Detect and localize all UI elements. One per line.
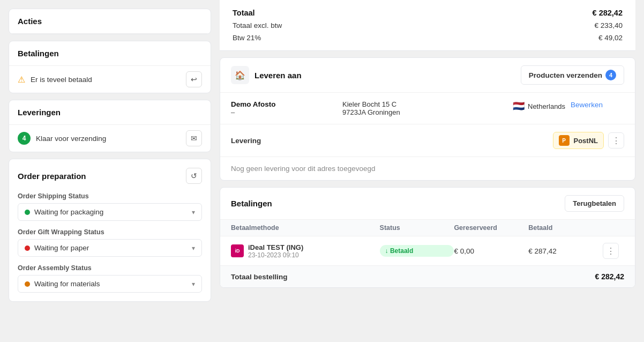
totaal-btw-value: € 49,02	[598, 34, 623, 42]
levering-options-button[interactable]: ⋮	[608, 132, 624, 148]
col-status: Status	[380, 224, 454, 232]
shipping-chevron-icon: ▾	[192, 209, 195, 216]
customer-city: 9723JA Groningen	[342, 108, 508, 116]
leveren-aan-title-group: 🏠 Leveren aan	[231, 66, 302, 84]
shipping-status-left: Waiting for packaging	[25, 208, 103, 216]
totaal-bestelling-row: Totaal bestelling € 282,42	[220, 266, 635, 287]
levering-label: Levering	[231, 137, 261, 145]
totaal-value: € 282,42	[593, 9, 623, 17]
terugbetalen-button[interactable]: Terugbetalen	[565, 195, 624, 212]
house-icon: 🏠	[231, 66, 249, 84]
acties-card: Acties	[9, 9, 211, 34]
payment-status-badge: ↓ Betaald	[380, 245, 454, 257]
assembly-status-label: Order Assembly Status	[18, 264, 202, 272]
payment-paid-cell: € 287,42	[528, 247, 603, 255]
payment-status-cell: ↓ Betaald	[380, 245, 454, 257]
shipping-status-label: Order Shipping Status	[18, 192, 202, 200]
customer-dash: –	[231, 108, 338, 116]
leveringen-count-badge: 4	[18, 132, 31, 145]
assembly-status-dot	[25, 281, 30, 287]
customer-edit-group: Bewerken	[571, 100, 624, 109]
prep-history-button[interactable]: ↺	[186, 168, 202, 184]
leveren-aan-header: 🏠 Leveren aan Producten verzenden 4	[220, 58, 635, 93]
right-panel: Totaal € 282,42 Totaal excl. btw € 233,4…	[220, 0, 644, 342]
totaal-excl-label: Totaal excl. btw	[233, 21, 282, 29]
payment-options-button[interactable]: ⋮	[603, 243, 619, 259]
customer-name-group: Demo Afosto –	[231, 100, 338, 116]
no-levering-text: Nog geen levering voor dit adres toegevo…	[220, 157, 635, 180]
leveren-aan-card: 🏠 Leveren aan Producten verzenden 4 Demo…	[220, 57, 635, 181]
totaal-label: Totaal	[233, 9, 255, 17]
gift-status-value: Waiting for paper	[34, 244, 89, 252]
shipping-status-dot	[25, 210, 30, 215]
betaling-warning-text: Er is teveel betaald	[31, 76, 92, 84]
levering-row: Levering P PostNL ⋮	[220, 124, 635, 157]
col-betaald: Betaald	[528, 224, 603, 232]
levering-carrier-group: P PostNL ⋮	[553, 132, 625, 149]
postnl-icon: P	[559, 135, 570, 146]
assembly-status-left: Waiting for materials	[25, 280, 100, 288]
payment-reserved-cell: € 0,00	[454, 247, 528, 255]
customer-name: Demo Afosto	[231, 100, 338, 108]
betalingen-section-title: Betalingen	[9, 41, 211, 66]
leveringen-row: 4 Klaar voor verzending ✉	[9, 125, 211, 152]
totaal-excl-value: € 233,40	[594, 21, 623, 29]
gift-status-left: Waiting for paper	[25, 244, 89, 252]
left-panel: Acties Betalingen ⚠ Er is teveel betaald…	[0, 0, 220, 342]
leveringen-section-title: Leveringen	[9, 100, 211, 125]
payment-name: iDeal TEST (ING)	[248, 243, 303, 251]
prep-title: Order preparation	[18, 172, 86, 181]
gift-status-dot	[25, 246, 30, 251]
totaal-row-excl: Totaal excl. btw € 233,40	[233, 19, 623, 32]
payment-info: iDeal TEST (ING) 23-10-2023 09:10	[248, 243, 303, 259]
order-preparation-card: Order preparation ↺ Order Shipping Statu…	[9, 159, 211, 302]
leveren-aan-title: Leveren aan	[254, 71, 302, 80]
totaal-section: Totaal € 282,42 Totaal excl. btw € 233,4…	[220, 0, 635, 51]
shipping-status-value: Waiting for packaging	[34, 208, 103, 216]
assembly-status-value: Waiting for materials	[34, 280, 100, 288]
totaal-btw-label: Btw 21%	[233, 34, 261, 42]
customer-country-group: 🇳🇱 Netherlands	[513, 100, 566, 112]
customer-street: Kieler Bocht 15 C	[342, 100, 508, 108]
col-gereserveerd: Gereserveerd	[454, 224, 528, 232]
assembly-chevron-icon: ▾	[192, 280, 195, 288]
customer-address-group: Kieler Bocht 15 C 9723JA Groningen	[342, 100, 508, 116]
betaling-warning-row: ⚠ Er is teveel betaald ↩	[9, 66, 211, 93]
producten-verzenden-badge: 4	[605, 70, 616, 80]
betalingen-card: Betalingen ⚠ Er is teveel betaald ↩	[9, 41, 211, 93]
leveringen-send-button[interactable]: ✉	[186, 130, 202, 146]
betalingen-section-card: Betalingen Terugbetalen Betaalmethode St…	[220, 187, 635, 288]
col-actions	[603, 224, 624, 232]
assembly-status-select[interactable]: Waiting for materials ▾	[18, 275, 202, 293]
leveringen-card: Leveringen 4 Klaar voor verzending ✉	[9, 100, 211, 152]
col-betaalmethode: Betaalmethode	[231, 224, 380, 232]
payment-row-options: ⋮	[603, 243, 624, 259]
address-grid: Demo Afosto – Kieler Bocht 15 C 9723JA G…	[220, 93, 635, 124]
customer-country: Netherlands	[528, 102, 565, 110]
prep-header: Order preparation ↺	[18, 168, 202, 184]
acties-title: Acties	[9, 9, 211, 34]
totaal-row-btw: Btw 21% € 49,02	[233, 32, 623, 44]
table-row: iD iDeal TEST (ING) 23-10-2023 09:10 ↓ B…	[220, 236, 635, 266]
payment-method-cell: iD iDeal TEST (ING) 23-10-2023 09:10	[231, 243, 380, 259]
totaal-row-total: Totaal € 282,42	[233, 6, 623, 19]
payment-date: 23-10-2023 09:10	[248, 251, 303, 259]
warning-icon: ⚠	[18, 75, 25, 85]
betalingen-section-header: Betalingen Terugbetalen	[220, 188, 635, 220]
betaling-undo-button[interactable]: ↩	[186, 71, 202, 87]
betaling-warning-left: ⚠ Er is teveel betaald	[18, 75, 92, 85]
betalingen-section-title: Betalingen	[231, 199, 272, 208]
betalingen-table-header: Betaalmethode Status Gereserveerd Betaal…	[220, 220, 635, 236]
nl-flag-icon: 🇳🇱	[513, 100, 525, 112]
leveringen-status-text: Klaar voor verzending	[36, 135, 106, 143]
producten-verzenden-button[interactable]: Producten verzenden 4	[521, 65, 624, 85]
shipping-status-select[interactable]: Waiting for packaging ▾	[18, 203, 202, 221]
producten-verzenden-label: Producten verzenden	[529, 71, 602, 79]
leveringen-row-left: 4 Klaar voor verzending	[18, 132, 106, 145]
edit-link[interactable]: Bewerken	[571, 101, 603, 109]
gift-status-select[interactable]: Waiting for paper ▾	[18, 239, 202, 257]
postnl-badge: P PostNL	[553, 132, 604, 149]
gift-status-label: Order Gift Wrapping Status	[18, 228, 202, 236]
totaal-bestelling-amount: € 282,42	[595, 272, 625, 281]
ideal-icon: iD	[231, 244, 244, 257]
